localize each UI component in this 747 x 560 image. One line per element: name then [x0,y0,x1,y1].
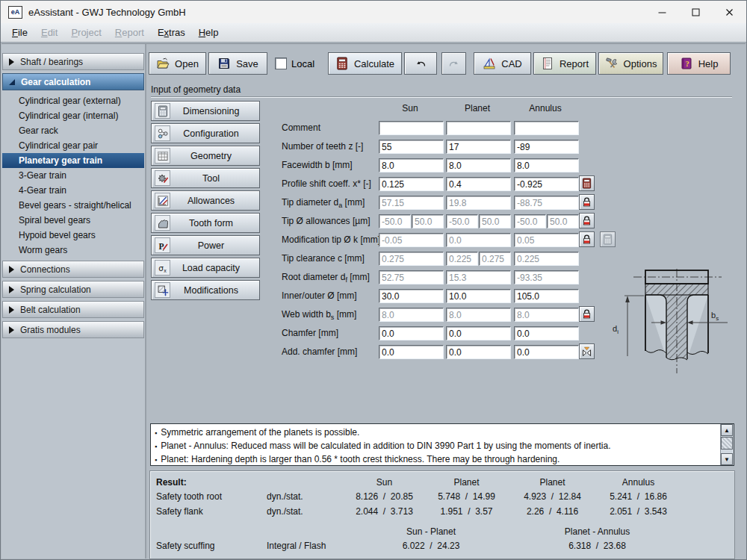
menu-report: Report [108,25,151,40]
message-line: ▪Planet - Annulus: Reduced mass will be … [155,440,719,453]
field-inner-outer-diameter-planet[interactable] [446,289,511,303]
minimize-button[interactable] [645,1,679,23]
message-line: ▪Symmetric arrangement of the planets is… [155,426,719,440]
profile-shift-coeff-calculator-button[interactable] [579,175,595,191]
configuration-button-label: Configuration [170,128,252,139]
configuration-button[interactable]: Configuration [151,123,260,143]
web-width-lock-button[interactable] [579,306,595,322]
sidebar-section-gratis-modules[interactable]: Gratis modules [2,321,144,338]
tip-diameter-lock-button[interactable] [579,194,595,210]
scroll-up-button[interactable]: ▲ [721,424,733,436]
save-button[interactable]: Save [208,52,267,75]
open-folder-icon [156,57,170,70]
sidebar-section-spring-calculation[interactable]: Spring calculation [2,281,144,298]
field-comment-annulus[interactable] [514,121,579,135]
field-web-width-sun [379,308,444,322]
sidebar-section-shaft-bearings[interactable]: Shaft / bearings [2,53,144,70]
load-capacity-button[interactable]: σxLoad capacity [151,258,260,278]
modifications-button[interactable]: Modifications [151,280,260,300]
sidebar-item-4-gear-train[interactable]: 4-Gear train [2,183,144,198]
report-button[interactable]: Report [533,52,596,75]
field-number-of-teeth-sun[interactable] [379,140,444,154]
result-label: Safety tooth root [150,491,267,502]
sidebar-item-bevel-gears-straight-helical[interactable]: Bevel gears - straight/helical [2,198,144,213]
cad-button[interactable]: CAD [474,52,531,75]
field-facewidth-planet[interactable] [446,158,511,172]
allowances-button[interactable]: Allowances [151,190,260,211]
calculate-button[interactable]: Calculate [328,52,402,75]
options-button[interactable]: Options [598,52,663,75]
sidebar-section-belt-calculation[interactable]: Belt calculation [2,301,144,318]
diagram-bs-label: bs [711,311,719,322]
sidebar-item-worm-gears[interactable]: Worm gears [2,243,144,258]
field-chamfer-annulus[interactable] [514,326,579,340]
scrollbar-thumb[interactable] [721,437,733,449]
open-button[interactable]: Open [149,52,206,75]
field-add-chamfer-annulus[interactable] [514,345,579,359]
save-button-label: Save [236,58,258,69]
help-button[interactable]: ?Help [667,52,731,75]
field-inner-outer-diameter-sun[interactable] [379,289,444,303]
close-button[interactable] [713,1,746,23]
menu-help[interactable]: Help [192,25,226,40]
field-modification-tip-sun [379,233,444,247]
tool-icon [155,170,170,186]
field-comment-sun[interactable] [379,121,444,135]
field-profile-shift-coeff-sun[interactable] [379,177,444,191]
app-window: eA eAssistant - GWJ Technology GmbH File… [0,0,747,560]
field-add-chamfer-planet[interactable] [446,345,511,359]
sidebar-section-gear-calculation[interactable]: Gear calculation [2,73,144,90]
field-profile-shift-coeff-annulus[interactable] [514,177,579,191]
form-row-inner-outer-diameter: Inner/outer Ø [mm] [282,287,625,306]
local-checkbox[interactable] [275,57,287,69]
result-row: Result:SunPlanetPlanetAnnulus [150,476,734,489]
form-row-tip-allowances: Tip Ø allowances [µm] [282,213,625,231]
power-button[interactable]: PPower [151,235,260,255]
field-facewidth-annulus[interactable] [514,158,579,172]
collapsed-triangle-icon [9,326,14,334]
field-facewidth-sun[interactable] [379,158,444,172]
menu-file[interactable]: File [5,25,34,40]
form-column-headers: SunPlanetAnnulus [282,103,625,119]
sidebar-item-spiral-bevel-gears[interactable]: Spiral bevel gears [2,213,144,228]
field-profile-shift-coeff-planet[interactable] [446,177,511,191]
field-number-of-teeth-planet[interactable] [446,140,511,154]
menu-extras[interactable]: Extras [151,25,192,40]
collapsed-triangle-icon [9,266,14,273]
sidebar-item-cylindrical-gear-external[interactable]: Cylindrical gear (external) [2,93,144,108]
field-modification-tip-annulus [514,233,579,247]
field-number-of-teeth-annulus[interactable] [514,140,579,154]
sidebar-item-3-gear-train[interactable]: 3-Gear train [2,168,144,183]
undo-button[interactable] [404,52,437,75]
tooth-form-button[interactable]: Tooth form [151,213,260,233]
sidebar-item-hypoid-bevel-gears[interactable]: Hypoid bevel gears [2,228,144,243]
modification-tip-lock-button[interactable] [579,231,595,247]
sidebar-item-gear-rack[interactable]: Gear rack [2,123,144,138]
field-chamfer-planet[interactable] [446,326,511,340]
app-icon: eA [8,6,22,19]
tooth-form-button-label: Tooth form [170,218,252,228]
field-inner-outer-diameter-annulus[interactable] [514,289,579,303]
scroll-down-button[interactable]: ▼ [721,453,733,465]
sidebar-item-planetary-gear-train[interactable]: Planetary gear train [2,153,144,168]
diagram-di-label: di [613,324,619,335]
sidebar-section-connections[interactable]: Connections [2,261,144,278]
field-add-chamfer-sun[interactable] [379,345,444,359]
add-chamfer-chamfer-type-button[interactable] [579,343,595,359]
field-chamfer-sun[interactable] [379,326,444,340]
local-checkbox-group[interactable]: Local [275,57,320,69]
sidebar-item-cylindrical-gear-pair[interactable]: Cylindrical gear pair [2,138,144,153]
maximize-button[interactable] [679,1,713,23]
field-comment-planet[interactable] [446,121,511,135]
field-tip-clearance-planet-2 [479,252,511,266]
form-row-tip-diameter: Tip diameter da [mm] [282,194,625,213]
tool-button[interactable]: Tool [151,168,260,188]
dimensioning-button[interactable]: Dimensioning [151,101,260,121]
report-icon [541,57,554,70]
form-column-header-sun: Sun [379,103,441,113]
geometry-button[interactable]: Geometry [151,146,260,166]
sidebar-item-cylindrical-gear-internal[interactable]: Cylindrical gear (internal) [2,108,144,123]
tip-allowances-lock-button[interactable] [579,213,595,228]
message-scrollbar[interactable]: ▲ ▼ [720,424,734,465]
power-icon: P [155,237,170,253]
